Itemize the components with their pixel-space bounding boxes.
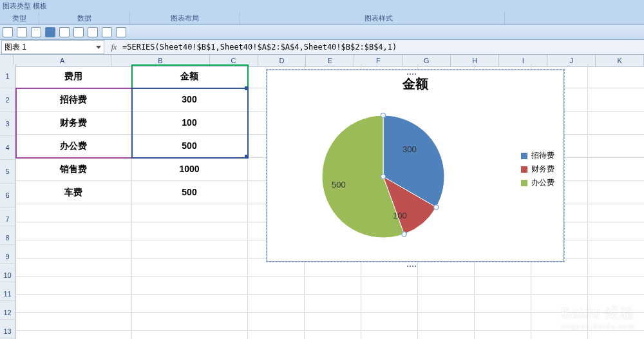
cell-a3[interactable]: 财务费 <box>15 111 131 134</box>
formula-bar-row: 图表 1 fx =SERIES(Sheet40!$B$1,Sheet40!$A$… <box>0 40 644 55</box>
chevron-down-icon[interactable] <box>96 46 101 49</box>
chart-drag-handle-bottom[interactable] <box>406 260 424 264</box>
ribbon-group-type[interactable]: 类型 <box>0 12 39 24</box>
legend-label: 办公费 <box>531 177 554 188</box>
cell-b4[interactable]: 500 <box>131 134 247 157</box>
svg-point-5 <box>381 113 386 118</box>
legend-label: 招待费 <box>531 150 554 161</box>
qat-open-icon[interactable] <box>73 27 84 37</box>
legend-swatch-icon <box>521 153 527 159</box>
row-header-8[interactable]: 8 <box>0 226 15 245</box>
qat-print-icon[interactable] <box>45 27 55 37</box>
worksheet-grid[interactable]: 1234567891011121314 费用 金额 招待费 300 财务费 10… <box>0 64 644 339</box>
row-header-13[interactable]: 13 <box>0 320 15 338</box>
formula-bar[interactable]: =SERIES(Sheet40!$B$1,Sheet40!$A$2:$A$4,S… <box>120 43 644 52</box>
row-header-12[interactable]: 12 <box>0 301 15 320</box>
row-header-11[interactable]: 11 <box>0 282 15 301</box>
legend-swatch-icon <box>521 166 527 173</box>
data-label-0: 300 <box>402 144 417 154</box>
watermark: Baidu 经验 jingyan.baidu.com <box>561 304 635 330</box>
chart-title[interactable]: 金额 <box>267 75 564 93</box>
embedded-chart[interactable]: 金额 300 100 500 招待费 财务费 办公费 <box>267 70 564 262</box>
svg-point-6 <box>381 175 386 179</box>
cell-a1[interactable]: 费用 <box>15 64 131 88</box>
row-header-2[interactable]: 2 <box>0 88 15 112</box>
chart-legend[interactable]: 招待费 财务费 办公费 <box>521 148 554 191</box>
qat-new-icon[interactable] <box>88 27 98 37</box>
row-header-1[interactable]: 1 <box>0 64 15 88</box>
row-header-3[interactable]: 3 <box>0 112 15 136</box>
ribbon-group-data[interactable]: 数据 <box>39 12 130 24</box>
legend-item-2[interactable]: 办公费 <box>521 177 554 188</box>
legend-item-0[interactable]: 招待费 <box>521 150 554 161</box>
row-header-4[interactable]: 4 <box>0 136 15 160</box>
legend-item-1[interactable]: 财务费 <box>521 164 554 175</box>
data-label-1: 100 <box>393 211 407 220</box>
row-header-9[interactable]: 9 <box>0 245 15 264</box>
row-header-5[interactable]: 5 <box>0 160 15 184</box>
row-header-10[interactable]: 10 <box>0 264 15 282</box>
legend-swatch-icon <box>521 180 527 186</box>
ribbon-group-labels: 类型 数据 图表布局 图表样式 <box>0 12 644 25</box>
chart-drag-handle-top[interactable] <box>406 68 424 72</box>
quick-access-toolbar <box>0 25 644 40</box>
qat-redo-icon[interactable] <box>31 27 41 37</box>
range-handle[interactable] <box>245 155 249 159</box>
data-label-2: 500 <box>332 180 346 189</box>
svg-point-4 <box>402 232 406 237</box>
cell-b3[interactable]: 100 <box>131 111 247 134</box>
cell-b1[interactable]: 金额 <box>131 64 247 88</box>
cell-area[interactable]: 费用 金额 招待费 300 财务费 100 办公费 500 销售费 1000 车… <box>15 64 644 339</box>
qat-dropdown-icon[interactable] <box>116 27 126 37</box>
cell-b5[interactable]: 1000 <box>131 157 247 180</box>
qat-undo-icon[interactable] <box>17 27 27 37</box>
row-header-7[interactable]: 7 <box>0 208 15 226</box>
cell-b6[interactable]: 500 <box>131 180 247 204</box>
cell-a6[interactable]: 车费 <box>15 180 131 204</box>
insert-function-button[interactable]: fx <box>108 43 120 52</box>
pie-plot-area[interactable] <box>293 99 473 247</box>
cell-a2[interactable]: 招待费 <box>15 88 131 111</box>
legend-label: 财务费 <box>531 164 554 175</box>
row-header-6[interactable]: 6 <box>0 184 15 208</box>
row-headers: 1234567891011121314 <box>0 64 15 339</box>
ribbon-group-styles[interactable]: 图表样式 <box>253 12 505 24</box>
pie-chart-svg <box>293 99 473 247</box>
range-handle[interactable] <box>245 86 249 90</box>
ribbon-group-layout[interactable]: 图表布局 <box>130 12 240 24</box>
svg-point-2 <box>434 205 439 209</box>
qat-save-icon[interactable] <box>3 27 13 37</box>
cell-a5[interactable]: 销售费 <box>15 157 131 180</box>
name-box[interactable]: 图表 1 <box>1 40 104 54</box>
qat-preview-icon[interactable] <box>59 27 70 37</box>
qat-misc-icon[interactable] <box>102 27 112 37</box>
name-box-value: 图表 1 <box>5 42 26 53</box>
ribbon-fragment: 图表类型 模板 <box>0 0 644 12</box>
cell-b2[interactable]: 300 <box>131 88 247 111</box>
cell-a4[interactable]: 办公费 <box>15 134 131 157</box>
